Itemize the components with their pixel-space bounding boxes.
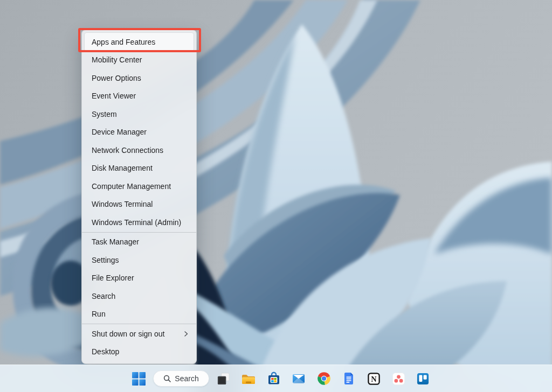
menu-separator bbox=[82, 324, 196, 324]
task-view-button[interactable] bbox=[213, 369, 233, 388]
asana-icon bbox=[392, 372, 405, 386]
notion-icon: N bbox=[367, 372, 381, 386]
google-docs-icon bbox=[342, 372, 356, 386]
trello-icon bbox=[416, 372, 430, 386]
menu-item-task-manager[interactable]: Task Manager bbox=[82, 233, 196, 251]
taskbar-search-button[interactable]: Search bbox=[153, 370, 209, 387]
menu-item-file-explorer[interactable]: File Explorer bbox=[82, 269, 196, 288]
task-view-icon bbox=[217, 372, 230, 386]
menu-item-search[interactable]: Search bbox=[82, 287, 196, 305]
notion-letter: N bbox=[371, 374, 377, 383]
menu-item-system[interactable]: System bbox=[82, 105, 196, 123]
folder-icon bbox=[242, 372, 256, 386]
search-label: Search bbox=[175, 374, 198, 383]
asana-button[interactable] bbox=[389, 369, 408, 388]
menu-item-disk-management[interactable]: Disk Management bbox=[82, 159, 196, 178]
menu-item-label: Shut down or sign out bbox=[92, 330, 164, 338]
menu-item-windows-terminal-admin[interactable]: Windows Terminal (Admin) bbox=[82, 213, 196, 232]
menu-item-device-manager[interactable]: Device Manager bbox=[82, 123, 196, 142]
microsoft-store-button[interactable] bbox=[264, 369, 284, 388]
chrome-icon bbox=[317, 372, 331, 386]
chrome-button[interactable] bbox=[314, 369, 334, 388]
menu-item-shut-down-or-sign-out[interactable]: Shut down or sign out bbox=[82, 325, 196, 343]
store-bag-icon bbox=[267, 372, 281, 386]
menu-item-desktop[interactable]: Desktop bbox=[82, 343, 196, 361]
notion-button[interactable]: N bbox=[364, 369, 383, 388]
start-button[interactable] bbox=[129, 369, 148, 388]
menu-item-run[interactable]: Run bbox=[82, 305, 196, 324]
menu-item-network-connections[interactable]: Network Connections bbox=[82, 141, 196, 159]
desktop-screen: Apps and Features Mobility Center Power … bbox=[0, 0, 552, 392]
menu-item-power-options[interactable]: Power Options bbox=[82, 69, 196, 87]
menu-item-mobility-center[interactable]: Mobility Center bbox=[82, 51, 196, 69]
menu-item-event-viewer[interactable]: Event Viewer bbox=[82, 87, 196, 106]
winx-context-menu: Apps and Features Mobility Center Power … bbox=[81, 30, 197, 364]
menu-item-computer-management[interactable]: Computer Management bbox=[82, 177, 196, 195]
search-icon bbox=[163, 375, 171, 382]
submenu-chevron-icon bbox=[183, 331, 189, 337]
trello-button[interactable] bbox=[413, 369, 432, 388]
google-docs-button[interactable] bbox=[339, 369, 358, 388]
windows-start-icon bbox=[132, 372, 146, 386]
file-explorer-button[interactable] bbox=[239, 369, 258, 388]
mail-envelope-icon bbox=[292, 372, 306, 386]
menu-item-settings[interactable]: Settings bbox=[82, 251, 196, 269]
menu-item-apps-and-features[interactable]: Apps and Features bbox=[85, 33, 194, 51]
mail-button[interactable] bbox=[289, 369, 308, 388]
menu-item-windows-terminal[interactable]: Windows Terminal bbox=[82, 195, 196, 214]
menu-separator bbox=[82, 232, 196, 233]
